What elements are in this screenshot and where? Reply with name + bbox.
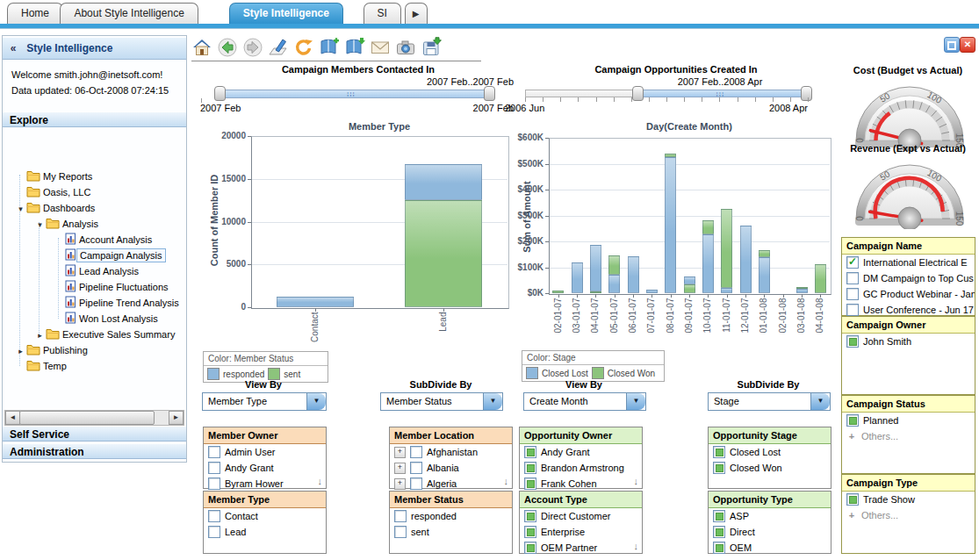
filter-item[interactable]: Closed Won [709,460,831,476]
scroll-right-button[interactable]: ► [169,411,184,425]
bar-segment[interactable] [665,157,676,293]
scroll-left-button[interactable]: ◄ [5,411,20,425]
bar-segment[interactable] [759,257,770,293]
collapse-sidebar-icon[interactable]: « [3,38,24,59]
tree-item-temp[interactable]: Temp [15,358,69,374]
bar-segment[interactable] [702,234,714,293]
maximize-button[interactable] [944,37,960,53]
checkbox[interactable] [410,477,422,490]
tree-expander-icon[interactable]: ▸ [15,343,26,359]
tree-expander-icon[interactable]: ▾ [15,201,26,217]
bar-segment[interactable] [702,220,714,234]
tree-expander-icon[interactable]: ▸ [34,327,46,343]
tree-item-analysis[interactable]: ▾Analysis [34,216,101,232]
bar-segment[interactable] [684,284,695,293]
tree-item-lead-analysis[interactable]: Lead Analysis [54,263,141,279]
bar-segment[interactable] [665,154,676,157]
checkbox[interactable] [713,542,725,554]
slider-handle[interactable] [801,86,812,101]
dropdown-arrow-button[interactable]: ▼ [810,393,830,410]
administration-section[interactable]: Administration [3,443,186,459]
tree-item-campaign-analysis[interactable]: Campaign Analysis [54,248,166,263]
checkbox[interactable] [208,462,220,474]
slider-handle[interactable] [484,86,495,101]
filter-item[interactable]: Andy Grant [204,460,326,476]
tree-item-pipeline-trend-analysis[interactable]: Pipeline Trend Analysis [54,295,182,311]
checkbox[interactable] [846,414,859,427]
bar-segment[interactable] [590,291,601,293]
scroll-more-icon[interactable]: ↓ [504,476,509,486]
plus-icon[interactable]: + [846,431,857,442]
checkbox[interactable] [524,477,536,490]
checkbox[interactable] [713,510,725,522]
slider-handle[interactable] [632,86,644,101]
snapshot-button[interactable] [395,37,416,58]
scroll-more-icon[interactable]: ↓ [318,476,323,486]
bar-segment[interactable] [277,297,354,307]
tree-expander-icon[interactable]: ▾ [34,217,46,233]
checkbox[interactable] [846,304,859,316]
expand-icon[interactable]: + [394,447,406,458]
checkbox[interactable] [410,446,422,458]
filter-item[interactable]: Closed Lost [709,444,831,460]
back-button[interactable] [217,37,238,58]
others-item[interactable]: +Others... [842,507,975,523]
dropdown-member-type[interactable]: Member Type▼ [202,392,327,411]
bar-segment[interactable] [552,291,564,293]
checkbox[interactable] [846,493,859,506]
filter-item[interactable]: International Electrical E [842,255,975,270]
range-slider[interactable]: ⁞⁞⁞ [216,90,493,98]
checkbox[interactable] [410,462,422,474]
tree-item-dashboards[interactable]: ▾Dashboards [15,200,97,216]
filter-item[interactable]: Contact [204,508,326,524]
filter-item[interactable]: Enterprise [520,524,642,540]
expand-icon[interactable]: + [394,463,406,474]
bar-segment[interactable] [405,164,482,200]
tab-si[interactable]: SI [364,3,401,24]
slider-handle[interactable] [214,86,226,101]
scroll-more-icon[interactable]: ↓ [634,476,639,486]
filter-item[interactable]: Planned [842,413,975,428]
tab-overflow-button[interactable]: ▶ [405,3,428,24]
tree-horizontal-scrollbar[interactable]: ◄ ► [4,410,184,426]
explore-section-header[interactable]: Explore [3,111,186,127]
plus-icon[interactable]: + [846,510,857,521]
range-slider[interactable]: ⁞⁞⁞ [525,90,810,97]
tab-style-intelligence[interactable]: Style Intelligence [229,3,343,24]
filter-item[interactable]: ASP [709,508,831,524]
filter-item[interactable]: GC Product Webinar - Jan [842,286,975,302]
bar-segment[interactable] [796,287,808,289]
bar-segment[interactable] [815,264,826,293]
filter-item[interactable]: sent [390,524,512,540]
bar-segment[interactable] [405,200,482,307]
checkbox[interactable] [208,446,220,458]
others-item[interactable]: +Others... [842,428,975,444]
bookmark-add-button[interactable] [319,37,340,58]
bar-segment[interactable] [608,275,620,293]
checkbox[interactable] [208,526,220,538]
bar-segment[interactable] [796,289,808,293]
checkbox[interactable] [524,462,536,474]
checkbox[interactable] [524,542,536,554]
filter-item[interactable]: DM Campaign to Top Cus [842,270,975,286]
tab-about-style-intelligence[interactable]: About Style Intelligence [60,3,198,24]
filter-item[interactable]: Lead [204,524,326,540]
self-service-section[interactable]: Self Service [3,426,186,442]
checkbox[interactable] [846,288,859,300]
filter-item[interactable]: Andy Grant [520,444,642,460]
checkbox[interactable] [846,335,859,348]
bar-segment[interactable] [759,250,770,256]
checkbox[interactable] [713,446,725,458]
bar-segment[interactable] [721,288,732,293]
filter-item[interactable]: Admin User [204,444,326,460]
close-button[interactable]: ✕ [960,37,975,53]
dropdown-arrow-button[interactable]: ▼ [306,393,326,410]
filter-item[interactable]: OEM [709,540,831,556]
dropdown-create-month[interactable]: Create Month▼ [523,392,646,411]
checkbox[interactable] [846,256,859,269]
bar-segment[interactable] [740,226,752,293]
bar-segment[interactable] [628,256,639,293]
filter-item[interactable]: Frank Cohen [520,476,642,492]
checkbox[interactable] [208,510,220,522]
dropdown-stage[interactable]: Stage▼ [708,392,831,411]
